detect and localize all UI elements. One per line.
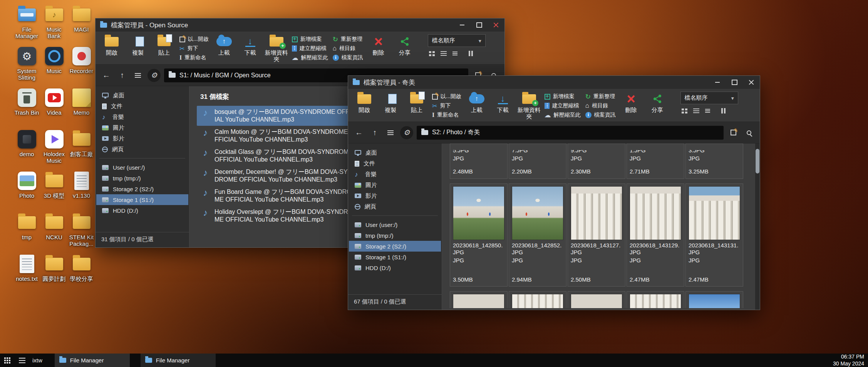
paste-button[interactable]: 貼上	[152, 34, 176, 56]
download-button[interactable]: 下載	[239, 34, 262, 56]
sidebar-item-user-drive[interactable]: User (user:/)	[349, 219, 441, 230]
sidebar-item-documents[interactable]: 文件	[96, 101, 188, 112]
new-file-button[interactable]: 新增檔案	[545, 92, 581, 101]
column-view-button[interactable]	[721, 108, 726, 114]
download-button[interactable]: 下載	[491, 92, 514, 113]
desktop-icon-ncku[interactable]: NCKU	[40, 212, 68, 254]
titlebar[interactable]: 檔案管理員 - 奇美	[348, 76, 760, 89]
desktop-icon-file-manager[interactable]: File Manager	[13, 5, 40, 46]
photo-cell[interactable]: 7.JPG JPG 2.20MB	[509, 143, 566, 179]
detail-view-button[interactable]	[452, 50, 457, 57]
scrollbar-thumb[interactable]	[756, 149, 759, 173]
maximize-button[interactable]	[726, 76, 743, 89]
desktop-icon-3d-models[interactable]: 3D 模型	[40, 171, 68, 212]
copy-button[interactable]: 複製	[126, 34, 149, 56]
taskbar-task-file-manager-2[interactable]: File Manager	[141, 354, 216, 367]
up-button[interactable]	[116, 69, 128, 82]
file-row[interactable]: Fun Board Game @ フリーBGM DOVA-SYNDROME OF…	[197, 186, 360, 206]
root-button[interactable]: 根目錄	[585, 102, 616, 110]
rename-button[interactable]: 重新命名	[179, 53, 209, 62]
desktop-icon-music[interactable]: Music	[40, 46, 68, 88]
photo-cell[interactable]: 5.JPG JPG 2.48MB	[450, 143, 508, 179]
open-with-button[interactable]: 以...開啟	[179, 35, 209, 43]
photo-cell[interactable]: 20230618_143129.JPG JPG 2.47MB	[627, 184, 684, 287]
menu-button[interactable]	[132, 69, 144, 82]
photo-cell[interactable]: 20230618_142852.JPG JPG 2.94MB	[509, 184, 566, 287]
delete-button[interactable]: 刪除	[620, 92, 643, 113]
back-button[interactable]	[353, 127, 365, 139]
sidebar-item-tmp-drive[interactable]: tmp (tmp:/)	[349, 230, 441, 241]
photo-cell[interactable]	[685, 291, 743, 308]
photo-cell[interactable]: 1.JPG JPG 2.71MB	[627, 143, 684, 179]
photo-cell[interactable]: 20230618_143131.JPG JPG 2.47MB	[685, 184, 743, 287]
sidebar-item-music[interactable]: 音樂	[349, 169, 441, 180]
up-button[interactable]	[369, 127, 381, 139]
extract-here-button[interactable]: 解壓縮至此	[292, 53, 328, 62]
desktop-icon-magi[interactable]: MAGI	[68, 5, 95, 46]
file-row[interactable]: Calm Motion @ フリーBGM DOVA-SYNDROME OFFIC…	[197, 126, 360, 146]
list-view-button[interactable]	[441, 50, 447, 57]
file-info-button[interactable]: 檔案資訊	[585, 111, 616, 119]
sidebar-item-music[interactable]: 音樂	[96, 112, 188, 122]
copy-button[interactable]: 複製	[379, 92, 402, 113]
photo-cell[interactable]: 20230618_143127.JPG JPG 2.50MB	[568, 184, 625, 287]
desktop-icon-demo[interactable]: demo	[13, 129, 40, 171]
settings-gear-button[interactable]	[400, 126, 413, 139]
open-button[interactable]: 開啟	[100, 34, 123, 56]
list-view-button[interactable]	[693, 108, 699, 114]
sidebar-item-desktop[interactable]: 桌面	[349, 147, 441, 158]
photo-cell[interactable]: 9.JPG JPG 2.30MB	[568, 143, 625, 179]
sidebar-item-videos[interactable]: 影片	[349, 190, 441, 201]
task-list-button[interactable]	[15, 354, 29, 367]
detail-view-button[interactable]	[705, 108, 710, 114]
sidebar-item-user-drive[interactable]: User (user:/)	[96, 162, 188, 173]
file-row[interactable]: bosquet @ フリーBGM DOVA-SYNDROME OFFICIAL …	[197, 106, 360, 126]
maximize-button[interactable]	[471, 18, 488, 32]
path-field[interactable]: S2: / Photo / 奇美	[417, 126, 724, 140]
cut-button[interactable]: 剪下	[432, 102, 461, 110]
create-archive-button[interactable]: 建立壓縮檔	[545, 102, 581, 110]
desktop-icon-videa[interactable]: Videa	[40, 88, 68, 129]
menu-button[interactable]	[384, 127, 397, 139]
desktop-icon-stem-kit[interactable]: STEM Kit Packag...	[68, 212, 95, 254]
sidebar-item-storage2[interactable]: Storage 2 (S2:/)	[349, 241, 441, 252]
desktop-icon-notes-txt[interactable]: notes.txt	[13, 254, 40, 295]
desktop-icon-photo[interactable]: Photo	[13, 171, 40, 212]
photo-cell[interactable]	[509, 291, 566, 308]
sidebar-item-videos[interactable]: 影片	[96, 133, 188, 144]
file-info-button[interactable]: 檔案資訊	[333, 53, 363, 62]
sort-dropdown[interactable]: 檔名順序	[680, 92, 738, 104]
vertical-scrollbar[interactable]	[755, 143, 760, 310]
new-folder-button[interactable]: 新增資料夾	[265, 34, 288, 62]
search-button[interactable]	[743, 127, 755, 139]
close-button[interactable]	[488, 18, 504, 32]
sidebar-item-hdd[interactable]: HDD (D:/)	[96, 205, 188, 216]
photo-cell[interactable]: 20230618_142850.JPG JPG 3.50MB	[450, 184, 508, 287]
refresh-button[interactable]: 重新整理	[333, 35, 363, 43]
file-row[interactable]: Holiday Overslept @ フリーBGM DOVA-SYNDROME…	[197, 206, 360, 226]
taskbar-task-file-manager-1[interactable]: File Manager	[55, 354, 130, 367]
share-button[interactable]: 分享	[646, 92, 669, 113]
extract-here-button[interactable]: 解壓縮至此	[545, 111, 581, 119]
app-launcher-button[interactable]	[0, 354, 15, 367]
desktop-icon-dream-plan[interactable]: 圓夢計劃	[40, 254, 68, 295]
photo-cell[interactable]: 3.JPG JPG 3.25MB	[685, 143, 743, 179]
open-button[interactable]: 開啟	[353, 92, 376, 113]
desktop-icon-holodex-music[interactable]: Holodex Music	[40, 129, 68, 171]
cut-button[interactable]: 剪下	[179, 44, 209, 53]
desktop-icon-tmp[interactable]: tmp	[13, 212, 40, 254]
file-row[interactable]: December, December! @ フリーBGM DOVA-SYNDRO…	[197, 166, 360, 186]
back-button[interactable]	[100, 69, 112, 82]
desktop-icon-recorder[interactable]: Recorder	[68, 46, 95, 88]
refresh-button[interactable]: 重新整理	[585, 92, 616, 101]
titlebar[interactable]: 檔案管理員 - Open Source	[96, 18, 504, 32]
sidebar-item-documents[interactable]: 文件	[349, 158, 441, 169]
create-archive-button[interactable]: 建立壓縮檔	[292, 44, 328, 53]
new-file-button[interactable]: 新增檔案	[292, 35, 328, 43]
sidebar-item-tmp-drive[interactable]: tmp (tmp:/)	[96, 173, 188, 184]
close-button[interactable]	[743, 76, 760, 89]
desktop-icon-maker-factory[interactable]: 創客工廠	[68, 129, 95, 171]
upload-button[interactable]: 上載	[465, 92, 488, 113]
sidebar-item-desktop[interactable]: 桌面	[96, 90, 188, 101]
minimize-button[interactable]	[709, 76, 726, 89]
